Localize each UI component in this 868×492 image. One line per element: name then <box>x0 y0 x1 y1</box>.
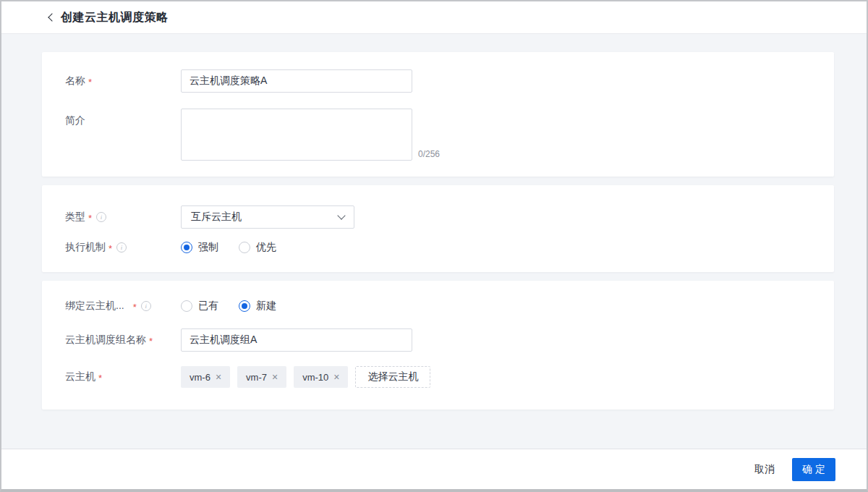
required-marker: * <box>98 370 102 383</box>
host-tag: vm-7 × <box>237 366 286 388</box>
name-row: 名称 * <box>65 69 834 93</box>
tag-remove-icon[interactable]: × <box>272 372 278 382</box>
required-marker: * <box>149 334 153 347</box>
cancel-button[interactable]: 取消 <box>754 463 775 476</box>
group-name-label: 云主机调度组名称 * <box>65 328 181 352</box>
required-marker: * <box>109 241 112 254</box>
required-marker: * <box>133 300 137 313</box>
info-icon[interactable]: i <box>141 301 151 311</box>
host-tags: vm-6 × vm-7 × vm-10 × 选择云主机 <box>181 366 430 388</box>
mechanism-label: 执行机制 * i <box>65 240 181 255</box>
radio-unselected-icon <box>181 300 192 312</box>
tag-remove-icon[interactable]: × <box>333 372 339 382</box>
description-field-wrap: 0/256 <box>181 109 440 161</box>
name-label: 名称 * <box>65 69 181 93</box>
required-marker: * <box>88 75 92 88</box>
hosts-label: 云主机 * <box>65 366 181 388</box>
description-textarea[interactable] <box>181 109 412 161</box>
hosts-row: 云主机 * vm-6 × vm-7 × vm-10 × <box>65 366 834 388</box>
type-select-value: 互斥云主机 <box>191 211 242 224</box>
description-row: 简介 0/256 <box>65 109 834 161</box>
name-input[interactable] <box>181 69 412 93</box>
group-name-input[interactable] <box>181 328 412 352</box>
radio-unselected-icon <box>239 242 250 253</box>
chevron-left-icon <box>48 13 56 21</box>
mechanism-row: 执行机制 * i 强制 优先 <box>65 240 834 255</box>
required-marker: * <box>88 211 92 224</box>
host-tag: vm-6 × <box>181 366 230 388</box>
page-footer: 取消 确定 <box>1 449 867 489</box>
description-label: 简介 <box>65 109 181 161</box>
radio-selected-icon <box>181 242 192 253</box>
bind-label: 绑定云主机... * i <box>65 299 181 313</box>
page-title: 创建云主机调度策略 <box>61 10 169 25</box>
basic-info-card: 名称 * 简介 0/256 <box>42 52 834 177</box>
bind-mode-row: 绑定云主机... * i 已有 新建 <box>65 299 834 313</box>
radio-new[interactable]: 新建 <box>239 300 276 313</box>
radio-mandatory[interactable]: 强制 <box>181 241 218 254</box>
bind-mode-radio-group: 已有 新建 <box>181 299 297 313</box>
type-row: 类型 * i 互斥云主机 <box>65 205 834 229</box>
info-icon[interactable]: i <box>116 242 127 253</box>
type-card: 类型 * i 互斥云主机 执行机制 * i 强制 <box>42 185 834 272</box>
group-name-row: 云主机调度组名称 * <box>65 328 834 352</box>
create-scheduling-policy-page: 创建云主机调度策略 名称 * 简介 0/256 <box>0 0 868 492</box>
type-select[interactable]: 互斥云主机 <box>181 205 354 229</box>
radio-selected-icon <box>239 300 250 312</box>
char-counter: 0/256 <box>418 149 440 161</box>
page-header: 创建云主机调度策略 <box>1 1 867 34</box>
host-tag: vm-10 × <box>294 366 348 388</box>
tag-remove-icon[interactable]: × <box>216 372 221 382</box>
confirm-button[interactable]: 确定 <box>792 458 835 481</box>
back-button[interactable] <box>43 10 58 25</box>
bind-card: 绑定云主机... * i 已有 新建 云主机调度组名 <box>42 281 834 410</box>
chevron-down-icon <box>337 211 345 219</box>
page-content: 名称 * 简介 0/256 类型 * i <box>1 34 867 410</box>
info-icon[interactable]: i <box>96 212 106 222</box>
mechanism-radio-group: 强制 优先 <box>181 240 297 255</box>
radio-existing[interactable]: 已有 <box>181 300 218 313</box>
type-label: 类型 * i <box>65 205 181 229</box>
radio-preferred[interactable]: 优先 <box>239 241 276 254</box>
select-hosts-button[interactable]: 选择云主机 <box>355 366 430 388</box>
